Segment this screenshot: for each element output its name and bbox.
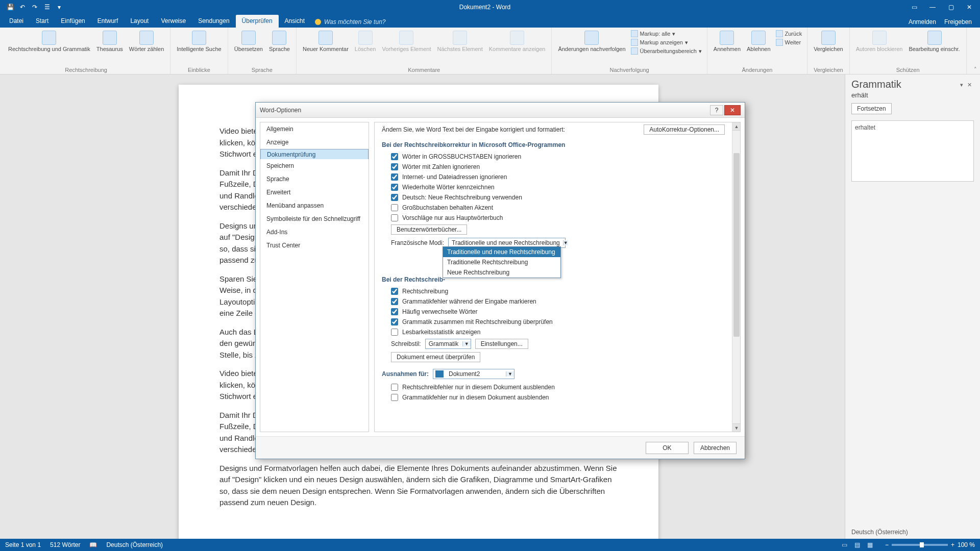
pane-close-icon[interactable]: ✕ <box>965 82 974 88</box>
scroll-up-icon[interactable]: ▲ <box>732 122 741 131</box>
doc-paragraph[interactable]: Designs und Formatvorlagen helfen auch d… <box>219 463 618 509</box>
next-change-button[interactable]: Weiter <box>775 38 803 46</box>
prev-comment-button[interactable]: Vorheriges Element <box>380 30 433 53</box>
recheck-document-button[interactable]: Dokument erneut überprüfen <box>391 352 480 362</box>
translate-button[interactable]: Übersetzen <box>232 30 265 53</box>
tell-me-input[interactable]: Was möchten Sie tun? <box>311 16 390 28</box>
wordcount-button[interactable]: Wörter zählen <box>127 30 166 53</box>
nav-trust-center[interactable]: Trust Center <box>260 239 369 252</box>
reviewing-pane-menu[interactable]: Überarbeitungsbereich ▾ <box>630 47 703 55</box>
check-repeated[interactable] <box>391 184 398 191</box>
zoom-value[interactable]: 100 % <box>958 541 975 548</box>
nav-qat[interactable]: Symbolleiste für den Schnellzugriff <box>260 212 369 226</box>
tab-view[interactable]: Ansicht <box>279 15 311 28</box>
check-main-dict[interactable] <box>391 214 398 221</box>
check-german-new[interactable] <box>391 194 398 201</box>
nav-general[interactable]: Allgemein <box>260 122 369 136</box>
status-wordcount[interactable]: 512 Wörter <box>50 541 80 548</box>
delete-comment-button[interactable]: Löschen <box>353 30 378 53</box>
zoom-slider[interactable] <box>892 544 948 546</box>
check-grammar-with-spell[interactable] <box>391 318 398 325</box>
show-markup-menu[interactable]: Markup anzeigen ▾ <box>630 38 703 46</box>
qat-more-icon[interactable]: ▾ <box>54 2 64 12</box>
nav-proofing[interactable]: Dokumentprüfung <box>260 149 369 159</box>
ribbon-options-icon[interactable]: ▭ <box>905 2 923 12</box>
smart-lookup-button[interactable]: Intelligente Suche <box>175 30 223 53</box>
pane-options-icon[interactable]: ▾ <box>958 82 965 88</box>
web-layout-icon[interactable]: ▦ <box>865 541 876 548</box>
check-confused-words[interactable] <box>391 308 398 315</box>
zoom-control[interactable]: − + 100 % <box>885 541 975 548</box>
thesaurus-button[interactable]: Thesaurus <box>94 30 125 53</box>
dialog-help-icon[interactable]: ? <box>710 105 723 115</box>
close-icon[interactable]: ✕ <box>961 2 978 12</box>
undo-icon[interactable]: ↶ <box>17 2 28 12</box>
check-hide-grammar[interactable] <box>391 394 398 401</box>
print-layout-icon[interactable]: ▤ <box>852 541 863 548</box>
show-comments-button[interactable]: Kommentare anzeigen <box>487 30 548 53</box>
status-proof-icon[interactable]: 📖 <box>89 541 97 548</box>
ok-button[interactable]: OK <box>646 442 689 454</box>
nav-advanced[interactable]: Erweitert <box>260 186 369 199</box>
accept-button[interactable]: Annehmen <box>712 30 743 53</box>
french-mode-option[interactable]: Traditionelle und neue Rechtschreibung <box>443 247 560 257</box>
nav-customize-ribbon[interactable]: Menüband anpassen <box>260 199 369 212</box>
restrict-editing-button[interactable]: Bearbeitung einschr. <box>906 30 962 53</box>
resume-button[interactable]: Fortsetzen <box>851 103 892 114</box>
pane-language-label[interactable]: Deutsch (Österreich) <box>851 529 908 536</box>
tab-design[interactable]: Entwurf <box>91 15 125 28</box>
new-comment-button[interactable]: Neuer Kommentar <box>301 30 351 53</box>
dialog-close-icon[interactable]: ✕ <box>724 105 741 115</box>
tab-insert[interactable]: Einfügen <box>55 15 91 28</box>
block-authors-button[interactable]: Autoren blockieren <box>854 30 905 53</box>
check-readability[interactable] <box>391 329 398 336</box>
status-language[interactable]: Deutsch (Österreich) <box>106 541 163 548</box>
compare-button[interactable]: Vergleichen <box>812 30 845 53</box>
read-mode-icon[interactable]: ▭ <box>839 541 850 548</box>
language-button[interactable]: Sprache <box>267 30 292 53</box>
check-accent[interactable] <box>391 204 398 211</box>
check-spell-as-type[interactable] <box>391 288 398 295</box>
tab-file[interactable]: Datei <box>3 15 30 28</box>
tab-start[interactable]: Start <box>30 15 55 28</box>
suggestion-box[interactable]: erhaltet <box>851 120 974 182</box>
check-urls[interactable] <box>391 173 398 181</box>
scroll-thumb[interactable] <box>733 153 740 337</box>
track-changes-button[interactable]: Änderungen nachverfolgen <box>556 30 627 53</box>
spelling-grammar-button[interactable]: Rechtschreibung und Grammatik <box>6 30 92 53</box>
exceptions-for-select[interactable]: Dokument2▼ <box>433 369 514 379</box>
style-settings-button[interactable]: Einstellungen... <box>475 339 528 349</box>
maximize-icon[interactable]: ▢ <box>942 2 960 12</box>
share-button[interactable]: Freigeben <box>941 16 975 28</box>
zoom-in-icon[interactable]: + <box>951 541 954 548</box>
nav-display[interactable]: Anzeige <box>260 136 369 149</box>
writing-style-select[interactable]: Grammatik▼ <box>425 339 471 349</box>
status-page[interactable]: Seite 1 von 1 <box>5 541 41 548</box>
user-dictionaries-button[interactable]: Benutzerwörterbücher... <box>391 224 467 235</box>
nav-save[interactable]: Speichern <box>260 159 369 172</box>
nav-addins[interactable]: Add-Ins <box>260 226 369 239</box>
french-mode-option[interactable]: Traditionelle Rechtschreibung <box>443 257 560 267</box>
french-mode-option[interactable]: Neue Rechtschreibung <box>443 267 560 278</box>
check-hide-spelling[interactable] <box>391 384 398 391</box>
minimize-icon[interactable]: — <box>924 2 941 12</box>
touch-mode-icon[interactable]: ☰ <box>42 2 52 12</box>
check-grammar-as-type[interactable] <box>391 298 398 305</box>
reject-button[interactable]: Ablehnen <box>745 30 773 53</box>
tab-references[interactable]: Verweise <box>155 15 192 28</box>
save-icon[interactable]: 💾 <box>5 2 15 12</box>
check-numbers[interactable] <box>391 163 398 170</box>
zoom-out-icon[interactable]: − <box>885 541 889 548</box>
tab-layout[interactable]: Layout <box>124 15 155 28</box>
autocorrect-options-button[interactable]: AutoKorrektur-Optionen... <box>644 124 725 135</box>
tab-review[interactable]: Überprüfen <box>236 15 279 28</box>
markup-display-select[interactable]: Markup: alle ▾ <box>630 30 703 38</box>
cancel-button[interactable]: Abbrechen <box>694 442 737 454</box>
prev-change-button[interactable]: Zurück <box>775 30 803 38</box>
signin-link[interactable]: Anmelden <box>905 16 939 28</box>
dialog-titlebar[interactable]: Word-Optionen ? ✕ <box>256 103 745 118</box>
content-scrollbar[interactable]: ▲ ▼ <box>732 122 740 432</box>
scroll-down-icon[interactable]: ▼ <box>732 423 741 432</box>
next-comment-button[interactable]: Nächstes Element <box>435 30 484 53</box>
tab-mailings[interactable]: Sendungen <box>192 15 235 28</box>
